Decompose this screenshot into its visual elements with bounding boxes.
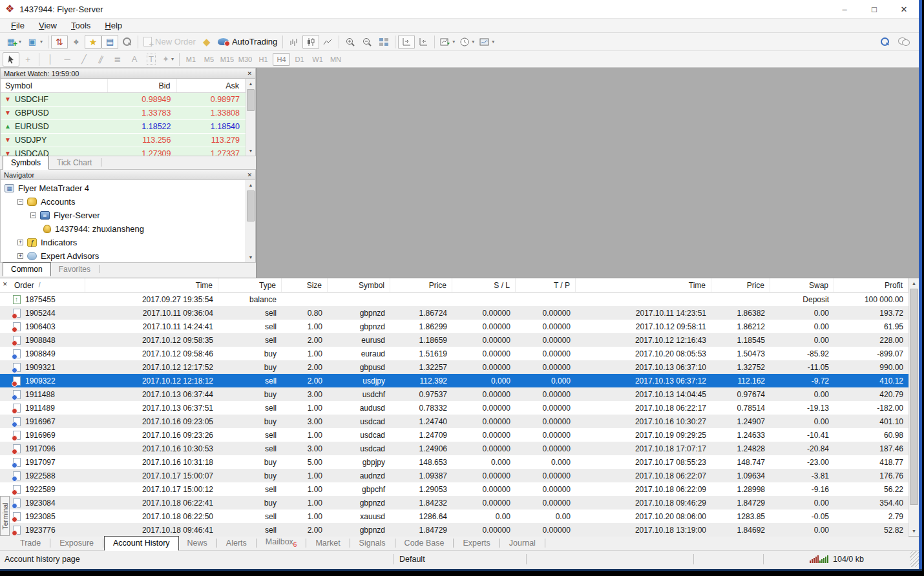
cursor-tool-button[interactable]	[3, 52, 19, 67]
text-tool[interactable]: A	[126, 52, 143, 67]
column-header-swap-10[interactable]: Swap	[770, 278, 834, 292]
navigator-tab-favorites[interactable]: Favorites	[51, 263, 98, 276]
column-header-ask[interactable]: Ask	[177, 79, 246, 92]
history-row-1923085[interactable]: 19230852017.10.18 06:22:50sell1.00xauusd…	[0, 509, 908, 523]
tree-item-1437944-zhuxiansheng[interactable]: 1437944: zhuxiansheng	[1, 222, 246, 236]
column-header-time-1[interactable]: Time	[85, 278, 218, 292]
scroll-up-icon[interactable]: ▲	[246, 180, 255, 190]
indicators-button[interactable]: ▾	[477, 35, 497, 49]
line-chart-button[interactable]	[319, 35, 336, 49]
candlestick-chart-button[interactable]	[302, 35, 319, 49]
new-order-button[interactable]: New Order	[141, 35, 198, 49]
trendline-tool[interactable]: ╱	[76, 52, 92, 67]
close-button[interactable]: ✕	[889, 0, 919, 18]
auto-scroll-button[interactable]	[398, 35, 415, 49]
terminal-tab-signals[interactable]: Signals	[351, 537, 394, 550]
market-watch-row-usdcad[interactable]: ▼USDCAD1.273091.27337	[1, 147, 246, 156]
terminal-tab-exposure[interactable]: Exposure	[51, 537, 102, 550]
navigator-tab-common[interactable]: Common	[3, 262, 51, 276]
market-watch-tab-symbols[interactable]: Symbols	[3, 156, 49, 170]
tree-item-accounts[interactable]: −Accounts	[1, 195, 246, 209]
timeframe-m30[interactable]: M30	[236, 53, 254, 66]
timeframe-mn[interactable]: MN	[327, 53, 344, 66]
market-watch-tab-tick-chart[interactable]: Tick Chart	[49, 157, 100, 169]
tree-item-indicators[interactable]: +Indicators	[1, 236, 246, 249]
text-label-tool[interactable]: T	[143, 52, 160, 67]
data-window-button[interactable]	[68, 35, 85, 49]
vertical-line-tool[interactable]: │	[42, 52, 59, 67]
bar-chart-button[interactable]	[286, 35, 302, 49]
menu-view[interactable]: View	[32, 19, 64, 32]
history-row-1909321[interactable]: 19093212017.10.12 12:17:52buy2.00gbpusd1…	[0, 360, 908, 374]
market-watch-row-usdchf[interactable]: ▼USDCHF0.989490.98977	[1, 93, 246, 107]
scroll-up-icon[interactable]: ▲	[909, 278, 919, 288]
profiles-button[interactable]: ▾	[24, 35, 45, 49]
terminal-toggle[interactable]	[101, 35, 118, 49]
history-row-1923084[interactable]: 19230842017.10.18 06:22:41buy1.00gbpnzd1…	[0, 496, 908, 509]
autotrading-button[interactable]: AutoTrading	[215, 35, 280, 49]
timeframe-h1[interactable]: H1	[255, 53, 272, 66]
market-watch-toggle[interactable]	[51, 35, 68, 49]
crosshair-tool-button[interactable]: ＋	[19, 52, 36, 67]
zoom-in-button[interactable]	[342, 35, 359, 49]
terminal-tab-trade[interactable]: Trade	[12, 537, 49, 550]
arrows-tool[interactable]: ✦▾	[160, 52, 176, 67]
terminal-tab-account-history[interactable]: Account History	[104, 536, 179, 551]
scroll-up-icon[interactable]: ▲	[246, 79, 255, 88]
terminal-tab-code-base[interactable]: Code Base	[396, 537, 453, 550]
tree-item-flyer-metatrader-4[interactable]: Flyer MetaTrader 4	[1, 181, 246, 195]
column-header-size-3[interactable]: Size	[282, 278, 328, 292]
navigator-close-icon[interactable]: ✕	[247, 172, 252, 178]
terminal-tab-experts[interactable]: Experts	[454, 537, 498, 550]
strategy-tester-button[interactable]	[118, 35, 135, 49]
timeframe-w1[interactable]: W1	[309, 53, 326, 66]
navigator-scrollbar[interactable]: ▲ ▼	[246, 180, 255, 262]
column-header-s-l-6[interactable]: S / L	[452, 278, 516, 292]
timeframe-d1[interactable]: D1	[291, 53, 308, 66]
metaeditor-button[interactable]	[198, 35, 215, 49]
market-watch-scrollbar[interactable]: ▲ ▼	[246, 79, 255, 156]
market-watch-row-usdjpy[interactable]: ▼USDJPY113.256113.279	[1, 134, 246, 147]
menu-help[interactable]: Help	[98, 19, 129, 32]
scroll-down-icon[interactable]: ▼	[909, 526, 919, 536]
column-header-symbol-4[interactable]: Symbol	[328, 278, 390, 292]
terminal-tab-journal[interactable]: Journal	[501, 537, 544, 550]
scroll-down-icon[interactable]: ▼	[246, 252, 255, 262]
terminal-tab-news[interactable]: News	[179, 537, 216, 550]
templates-button[interactable]: ▾	[437, 35, 457, 49]
fibonacci-tool[interactable]: ≣	[109, 52, 126, 67]
market-watch-row-eurusd[interactable]: ▲EURUSD1.185221.18540	[1, 120, 246, 134]
scroll-down-icon[interactable]: ▼	[246, 146, 255, 156]
timeframe-m15[interactable]: M15	[218, 53, 236, 66]
history-row-1908848[interactable]: 19088482017.10.12 09:58:35sell2.00eurusd…	[0, 333, 908, 347]
menu-file[interactable]: File	[4, 19, 32, 32]
community-chat-icon[interactable]	[898, 37, 910, 46]
chart-shift-button[interactable]	[415, 35, 432, 49]
horizontal-line-tool[interactable]: ─	[59, 52, 76, 67]
history-row-1909322[interactable]: 19093222017.10.12 12:18:12sell2.00usdjpy…	[0, 374, 908, 387]
history-row-1906403[interactable]: 19064032017.10.11 14:24:41sell1.00gbpnzd…	[0, 320, 908, 333]
market-watch-close-icon[interactable]: ✕	[247, 70, 252, 77]
search-icon[interactable]	[881, 37, 889, 46]
expand-icon[interactable]: +	[17, 253, 23, 259]
maximize-button[interactable]: □	[859, 0, 889, 18]
collapse-icon[interactable]: −	[30, 212, 36, 218]
history-row-1911489[interactable]: 19114892017.10.13 06:37:51sell1.00audusd…	[0, 401, 908, 415]
tree-item-flyer-server[interactable]: −Flyer-Server	[1, 209, 246, 222]
history-row-1905244[interactable]: 19052442017.10.11 09:36:04sell0.80gbpnzd…	[0, 306, 908, 320]
column-header-symbol[interactable]: Symbol	[1, 79, 108, 92]
resize-grip[interactable]	[910, 551, 919, 567]
column-header-bid[interactable]: Bid	[108, 79, 177, 92]
history-row-1911488[interactable]: 19114882017.10.13 06:37:44buy3.00usdchf0…	[0, 387, 908, 401]
terminal-close-icon[interactable]: ✕	[3, 281, 8, 287]
terminal-tab-mailbox[interactable]: Mailbox6	[257, 536, 306, 551]
collapse-icon[interactable]: −	[17, 199, 23, 205]
column-header-t-p-7[interactable]: T / P	[516, 278, 576, 292]
history-row-1922588[interactable]: 19225882017.10.17 15:00:07buy1.00audnzd1…	[0, 469, 908, 482]
new-chart-button[interactable]: ▾	[3, 35, 24, 49]
menu-tools[interactable]: Tools	[64, 19, 98, 32]
tile-windows-button[interactable]	[375, 35, 392, 49]
history-row-1875455[interactable]: 18754552017.09.27 19:35:54balanceDeposit…	[0, 293, 908, 306]
column-header-price-9[interactable]: Price	[711, 278, 770, 292]
scrollbar-thumb[interactable]	[247, 89, 255, 111]
